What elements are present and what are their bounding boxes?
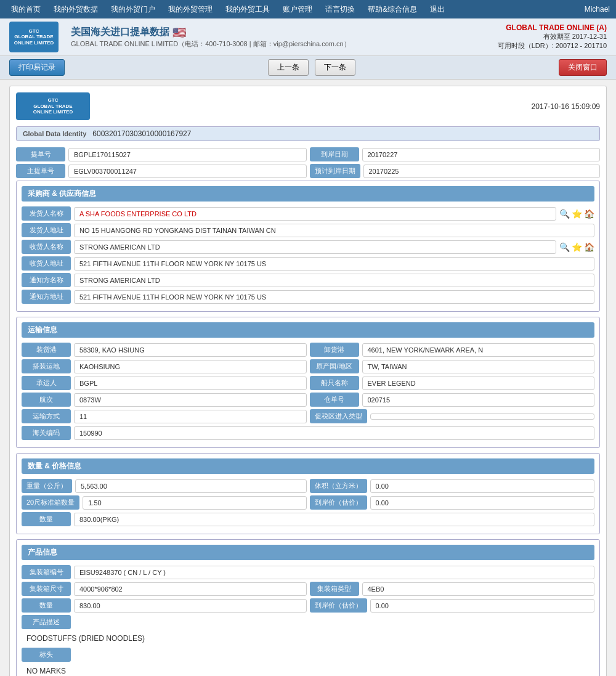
- master-bill-label: 主提单号: [16, 164, 65, 178]
- loading-country-value: KAOHSIUNG: [74, 360, 307, 373]
- transport-header: 运输信息: [22, 322, 594, 338]
- global-identity-value: 600320170303010000167927: [92, 129, 191, 138]
- buyer-supplier-header: 采购商 & 供应商信息: [22, 186, 594, 202]
- nav-trade-portal[interactable]: 我的外贸门户: [106, 0, 160, 18]
- product-quantity-pair: 数量 830.00: [22, 598, 307, 613]
- nav-help[interactable]: 帮助&综合信息: [363, 0, 422, 18]
- bill-row: 提单号 BGPLE170115027 到岸日期 20170227: [16, 147, 600, 161]
- quantity-header: 数量 & 价格信息: [22, 458, 594, 474]
- consignee-address-value: 521 FIFTH AVENUE 11TH FLOOR NEW YORK NY …: [74, 257, 594, 271]
- arrival-price-label: 到岸价（估价）: [310, 495, 367, 510]
- customs-entry-value: [370, 413, 595, 420]
- search-icon[interactable]: 🔍: [559, 209, 570, 219]
- arrival-date-value: 20170227: [362, 148, 601, 161]
- transport-method-pair: 运输方式 11: [22, 409, 307, 423]
- notify-name-value: STRONG AMERICAN LTD: [74, 274, 594, 287]
- card-date: 2017-10-16 15:09:09: [532, 102, 600, 111]
- weight-label: 重量（公斤）: [22, 479, 72, 493]
- company-name: GLOBAL TRADE ONLINE (A): [498, 23, 607, 32]
- customs-entry-label: 促税区进入类型: [310, 409, 367, 423]
- prev-button-top[interactable]: 上一条: [268, 59, 309, 76]
- carrier-row: 承运人 BGPL 船只名称 EVER LEGEND: [22, 376, 594, 390]
- home-icon[interactable]: 🏠: [584, 209, 594, 219]
- carrier-value: BGPL: [74, 377, 307, 390]
- print-button-top[interactable]: 打印易记录: [9, 59, 65, 76]
- arrival-price-pair: 到岸价（估价） 0.00: [310, 495, 595, 510]
- nav-trade-mgmt[interactable]: 我的外贸管理: [163, 0, 217, 18]
- bill-number-label: 提单号: [16, 147, 65, 161]
- consignee-name-row: 收货人名称 STRONG AMERICAN LTD 🔍 ⭐ 🏠: [22, 240, 594, 254]
- estimated-arrival-label: 预计到岸日期: [310, 164, 360, 178]
- product-section: 产品信息 集装箱编号 EISU9248370 ( CN / L / CY ) 集…: [16, 539, 600, 676]
- logo-area: GTCGLOBAL TRADEONLINE LIMITED: [9, 22, 59, 52]
- home-icon-2[interactable]: 🏠: [584, 242, 594, 252]
- shipper-address-value: NO 15 HUANGONG RD YONGKANG DIST TAINAN T…: [74, 224, 594, 237]
- quantity-section: 数量 & 价格信息 重量（公斤） 5,563.00 体积（立方米） 0.00 2…: [16, 453, 600, 534]
- carrier-pair: 承运人 BGPL: [22, 376, 307, 390]
- unloading-port-value: 4601, NEW YORK/NEWARK AREA, N: [362, 343, 595, 357]
- card-logo: GTCGLOBAL TRADEONLINE LIMITED: [16, 92, 90, 120]
- weight-pair: 重量（公斤） 5,563.00: [22, 479, 307, 493]
- customs-entry-pair: 促税区进入类型: [310, 409, 595, 423]
- nav-logout[interactable]: 退出: [425, 0, 450, 18]
- loading-country-pair: 搭装运地 KAOHSIUNG: [22, 359, 307, 373]
- product-quantity-value: 830.00: [74, 599, 307, 613]
- container-size-pair: 集装箱尺寸 4000*906*802: [22, 582, 307, 596]
- consignee-name-icons: 🔍 ⭐ 🏠: [559, 242, 594, 252]
- next-button-top[interactable]: 下一条: [315, 59, 355, 76]
- nav-home[interactable]: 我的首页: [6, 0, 46, 18]
- weight-value: 5,563.00: [75, 479, 307, 493]
- transport-method-row: 运输方式 11 促税区进入类型: [22, 409, 594, 423]
- arrival-price-value: 0.00: [370, 496, 595, 510]
- star-icon[interactable]: ⭐: [572, 209, 582, 219]
- container-size-row: 集装箱尺寸 4000*906*802 集装箱类型 4EB0: [22, 582, 594, 596]
- flag-icon[interactable]: 🇺🇸: [172, 26, 186, 39]
- notify-address-label: 通知方地址: [22, 290, 71, 304]
- vessel-pair: 船只名称 EVER LEGEND: [310, 376, 595, 390]
- weight-row: 重量（公斤） 5,563.00 体积（立方米） 0.00: [22, 479, 594, 493]
- available-time: 可用时段（LDR）: 200712 - 201710: [498, 41, 607, 51]
- bill-count-label: 仓单号: [310, 393, 359, 407]
- shipper-name-value: A SHA FOODS ENTERPRISE CO LTD: [74, 207, 556, 221]
- search-icon-2[interactable]: 🔍: [559, 242, 570, 252]
- containers-row: 20尺标准箱数量 1.50 到岸价（估价） 0.00: [22, 495, 594, 510]
- nav-trade-tools[interactable]: 我的外贸工具: [221, 0, 275, 18]
- consignee-address-row: 收货人地址 521 FIFTH AVENUE 11TH FLOOR NEW YO…: [22, 256, 594, 271]
- description-row: 产品描述: [22, 615, 594, 629]
- containers-pair: 20尺标准箱数量 1.50: [22, 495, 307, 510]
- product-quantity-label: 数量: [22, 598, 71, 613]
- estimated-arrival-pair: 预计到岸日期 20170225: [310, 164, 601, 178]
- close-button-top[interactable]: 关闭窗口: [559, 59, 607, 76]
- volume-pair: 体积（立方米） 0.00: [310, 479, 595, 493]
- estimated-arrival-value: 20170225: [363, 165, 601, 178]
- nav-language[interactable]: 语言切换: [320, 0, 360, 18]
- shipper-name-row: 发货人名称 A SHA FOODS ENTERPRISE CO LTD 🔍 ⭐ …: [22, 206, 594, 221]
- unloading-port-pair: 卸货港 4601, NEW YORK/NEWARK AREA, N: [310, 343, 595, 357]
- shipper-name-icons: 🔍 ⭐ 🏠: [559, 209, 594, 219]
- master-bill-value: EGLV003700011247: [68, 165, 307, 178]
- loading-port-label: 装货港: [22, 343, 71, 357]
- origin-country-pair: 原产国/地区 TW, TAIWAN: [310, 359, 595, 373]
- loading-country-row: 搭装运地 KAOHSIUNG 原产国/地区 TW, TAIWAN: [22, 359, 594, 373]
- unloading-port-label: 卸货港: [310, 343, 359, 357]
- header-right: GLOBAL TRADE ONLINE (A) 有效期至 2017-12-31 …: [498, 23, 607, 51]
- marks-row: 标头: [22, 648, 594, 662]
- star-icon-2[interactable]: ⭐: [572, 242, 582, 252]
- global-identity-label: Global Data Identity: [23, 130, 86, 137]
- volume-value: 0.00: [370, 479, 595, 493]
- nav-trade-data[interactable]: 我的外贸数据: [49, 0, 103, 18]
- top-toolbar: 打印易记录 上一条 下一条 关闭窗口: [0, 56, 616, 79]
- product-header: 产品信息: [22, 545, 594, 560]
- buyer-supplier-section: 采购商 & 供应商信息 发货人名称 A SHA FOODS ENTERPRISE…: [16, 181, 600, 312]
- bill-count-pair: 仓单号 020715: [310, 393, 595, 407]
- voyage-row: 航次 0873W 仓单号 020715: [22, 393, 594, 407]
- arrival-date-pair: 到岸日期 20170227: [310, 147, 601, 161]
- page-header: GTCGLOBAL TRADEONLINE LIMITED 美国海关进口提单数据…: [0, 18, 616, 56]
- nav-account[interactable]: 账户管理: [278, 0, 317, 18]
- description-value: FOODSTUFFS (DRIED NOODLES): [22, 632, 594, 645]
- volume-label: 体积（立方米）: [310, 479, 367, 493]
- notify-name-label: 通知方名称: [22, 273, 71, 287]
- container-code-label: 集装箱编号: [22, 565, 71, 579]
- loading-port-value: 58309, KAO HSIUNG: [74, 343, 307, 357]
- voyage-value: 0873W: [74, 393, 307, 407]
